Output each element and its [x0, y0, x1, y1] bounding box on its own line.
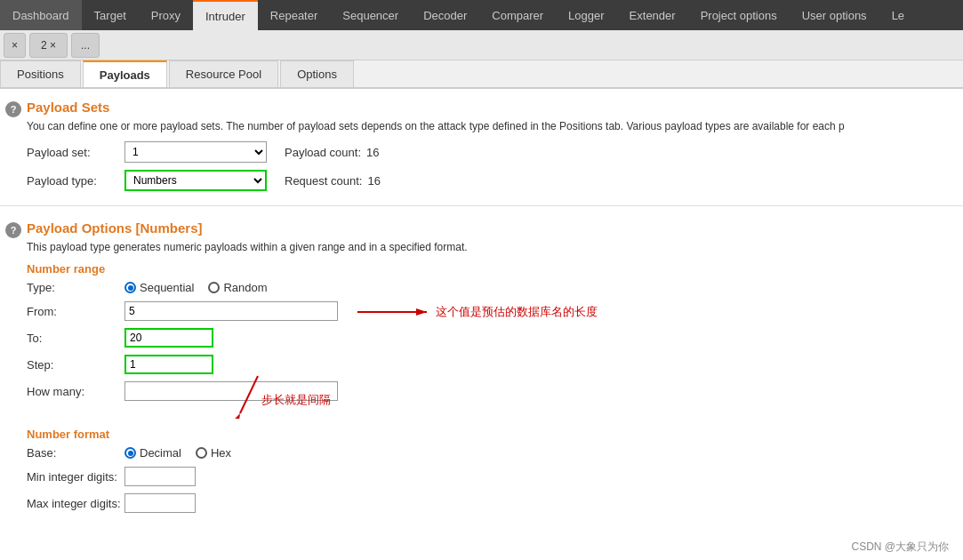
menu-sequencer[interactable]: Sequencer: [330, 0, 411, 30]
request-count-label: Request count:: [285, 174, 362, 188]
from-label: From:: [27, 305, 124, 318]
annotation-arrow1-container: 这个值是预估的数据库名的长度: [356, 301, 598, 323]
arrow1-svg: [356, 301, 436, 323]
min-int-label: Min integer digits:: [27, 470, 124, 484]
type-row: Type: Sequential Random: [27, 281, 954, 294]
decimal-label: Decimal: [140, 446, 181, 460]
tab-more-label: ...: [81, 39, 90, 52]
svg-line-3: [240, 376, 258, 413]
tab-positions[interactable]: Positions: [0, 60, 81, 87]
menu-comparer[interactable]: Comparer: [479, 0, 556, 30]
tab-more[interactable]: ...: [71, 33, 100, 58]
tab-2[interactable]: 2 ×: [29, 33, 68, 58]
sub-tab-bar: × 2 × ...: [0, 30, 963, 60]
random-label: Random: [223, 281, 267, 294]
menu-dashboard[interactable]: Dashboard: [0, 0, 82, 30]
tab-options[interactable]: Options: [280, 60, 354, 87]
payload-type-select[interactable]: Numbers: [124, 170, 267, 191]
payload-options-title: Payload Options [Numbers]: [27, 220, 954, 236]
from-input[interactable]: [124, 301, 338, 321]
base-label: Base:: [27, 446, 124, 460]
min-int-row: Min integer digits:: [27, 467, 954, 486]
menu-user-options[interactable]: User options: [790, 0, 879, 30]
close-icon: ×: [12, 39, 18, 52]
max-int-input[interactable]: [124, 493, 196, 513]
sequential-radio-circle: [124, 282, 136, 293]
tab-2-label: 2 ×: [41, 39, 56, 52]
how-many-row: How many:: [27, 381, 954, 401]
payload-set-select[interactable]: 1: [124, 141, 267, 163]
menu-bar: Dashboard Target Proxy Intruder Repeater…: [0, 0, 963, 30]
type-label: Type:: [27, 281, 124, 294]
menu-proxy[interactable]: Proxy: [139, 0, 193, 30]
menu-repeater[interactable]: Repeater: [258, 0, 330, 30]
sequential-radio[interactable]: Sequential: [124, 281, 194, 294]
hex-label: Hex: [211, 446, 231, 460]
menu-decoder[interactable]: Decoder: [411, 0, 479, 30]
to-row: To:: [27, 328, 954, 348]
to-label: To:: [27, 332, 124, 345]
menu-intruder[interactable]: Intruder: [193, 0, 258, 30]
payload-count-label: Payload count:: [285, 146, 361, 159]
inner-tab-bar: Positions Payloads Resource Pool Options: [0, 60, 963, 89]
section-divider: [0, 205, 963, 206]
annotation2-text: 步长就是间隔: [261, 392, 331, 408]
sequential-label: Sequential: [140, 281, 194, 294]
payload-sets-content: Payload Sets You can define one or more …: [27, 100, 963, 198]
annotation-arrow2-container: 步长就是间隔: [231, 374, 285, 419]
payload-options-section: ? Payload Options [Numbers] This payload…: [0, 213, 963, 520]
payload-set-row: Payload set: 1 Payload count: 16: [27, 141, 954, 163]
payload-count-value: 16: [366, 146, 379, 159]
payload-sets-help-icon[interactable]: ?: [5, 101, 21, 117]
payload-sets-description: You can define one or more payload sets.…: [27, 120, 954, 132]
base-radio-group: Decimal Hex: [124, 446, 231, 460]
main-content: ? Payload Sets You can define one or mor…: [0, 89, 963, 560]
min-int-input[interactable]: [124, 467, 196, 486]
step-input[interactable]: [124, 355, 213, 374]
menu-logger[interactable]: Logger: [556, 0, 616, 30]
step-row: Step: 步: [27, 355, 954, 374]
annotation1-text: 这个值是预估的数据库名的长度: [436, 304, 598, 320]
menu-project-options[interactable]: Project options: [688, 0, 790, 30]
tab-resource-pool[interactable]: Resource Pool: [169, 60, 278, 87]
type-radio-group: Sequential Random: [124, 281, 268, 294]
random-radio[interactable]: Random: [208, 281, 267, 294]
number-range-heading: Number range: [27, 262, 954, 276]
how-many-label: How many:: [27, 385, 124, 398]
footer-text: CSDN @大象只为你: [851, 540, 949, 555]
payload-options-content: Payload Options [Numbers] This payload t…: [27, 220, 963, 520]
base-row: Base: Decimal Hex: [27, 446, 954, 460]
payload-set-label: Payload set:: [27, 146, 124, 159]
menu-target[interactable]: Target: [82, 0, 139, 30]
payload-sets-section: ? Payload Sets You can define one or mor…: [0, 92, 963, 198]
random-radio-circle: [208, 282, 220, 293]
hex-radio[interactable]: Hex: [196, 446, 231, 460]
menu-le[interactable]: Le: [879, 0, 917, 30]
request-count-value: 16: [367, 174, 380, 188]
to-input[interactable]: [124, 328, 213, 348]
payload-sets-title: Payload Sets: [27, 100, 954, 115]
decimal-radio[interactable]: Decimal: [124, 446, 181, 460]
decimal-radio-circle: [124, 447, 136, 459]
max-int-label: Max integer digits:: [27, 497, 124, 510]
payload-options-help-icon[interactable]: ?: [5, 222, 21, 238]
payload-type-row: Payload type: Numbers Request count: 16: [27, 170, 954, 191]
max-int-row: Max integer digits:: [27, 493, 954, 513]
tab-payloads[interactable]: Payloads: [83, 60, 167, 87]
from-row: From: 这: [27, 301, 954, 321]
step-label: Step:: [27, 358, 124, 372]
payload-options-description: This payload type generates numeric payl…: [27, 241, 954, 253]
menu-extender[interactable]: Extender: [617, 0, 688, 30]
hex-radio-circle: [196, 447, 207, 459]
number-format-heading: Number format: [27, 428, 954, 441]
payload-type-label: Payload type:: [27, 174, 124, 188]
close-tab[interactable]: ×: [4, 33, 26, 58]
